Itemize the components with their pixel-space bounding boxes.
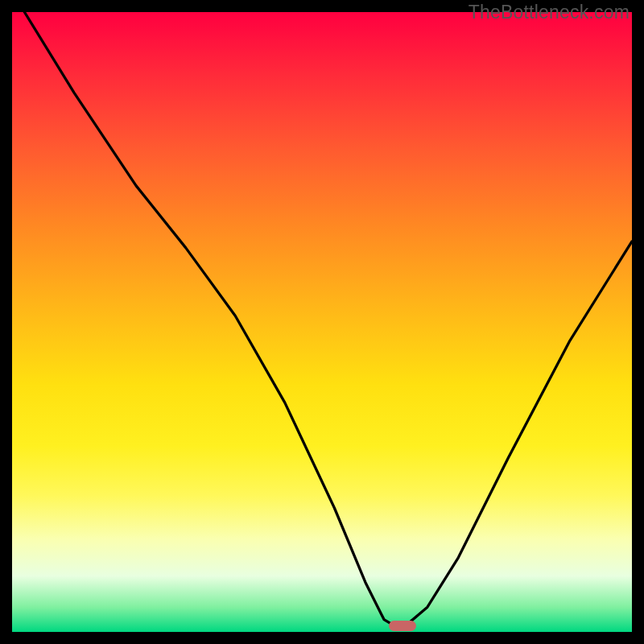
watermark-text: TheBottleneck.com — [469, 2, 630, 23]
chart-frame: TheBottleneck.com — [0, 0, 644, 644]
optimal-point-marker — [389, 621, 416, 631]
bottleneck-curve — [12, 12, 632, 632]
plot-area — [12, 12, 632, 632]
